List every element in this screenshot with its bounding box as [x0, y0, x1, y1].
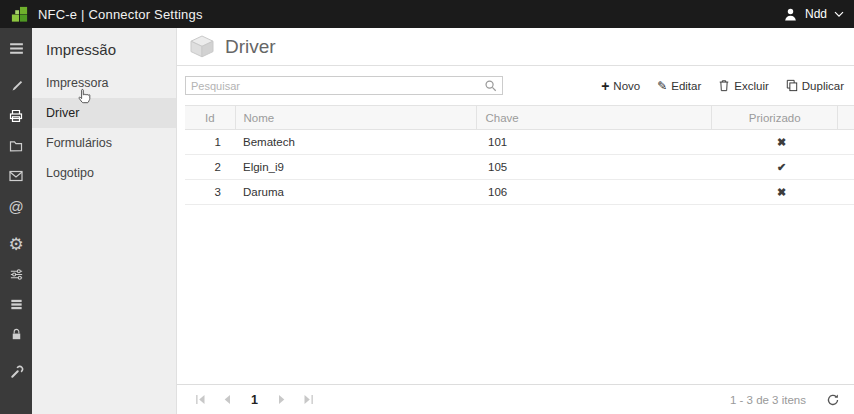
printer-icon[interactable]: [0, 101, 32, 131]
cell-id: 1: [185, 136, 235, 148]
cell-id: 2: [185, 161, 235, 173]
page-header: Driver: [177, 28, 854, 66]
pager-bar: 1 1 - 3 de 3 itens: [177, 384, 854, 414]
mail-icon[interactable]: [0, 161, 32, 191]
excluir-label: Excluir: [734, 80, 769, 92]
duplicar-label: Duplicar: [802, 80, 844, 92]
next-page-icon[interactable]: [275, 393, 289, 407]
copy-icon: [786, 79, 798, 92]
editar-button[interactable]: ✎ Editar: [657, 80, 701, 92]
gear-icon[interactable]: ⚙: [0, 229, 32, 259]
cell-chave: 105: [480, 161, 718, 173]
items-count: 1 - 3 de 3 itens: [730, 394, 806, 406]
app-window: NFC-e | Connector Settings Ndd: [0, 0, 854, 414]
col-header-id[interactable]: Id: [185, 106, 235, 129]
toolbar: + Novo ✎ Editar Excluir: [601, 79, 846, 93]
data-grid: Id Nome Chave Priorizado 1 Bematech 101 …: [185, 105, 854, 205]
gear-glyph: ⚙: [8, 236, 23, 253]
search-input[interactable]: [191, 80, 484, 92]
section-title: Impressão: [32, 28, 176, 68]
pencil-icon: ✎: [657, 80, 667, 92]
table-row[interactable]: 2 Elgin_i9 105 ✔: [185, 155, 854, 180]
col-header-nome[interactable]: Nome: [235, 106, 477, 129]
table-row[interactable]: 3 Daruma 106 ✖: [185, 180, 854, 205]
wrench-icon[interactable]: [0, 357, 32, 387]
pager-status: 1 - 3 de 3 itens: [730, 393, 840, 407]
novo-label: Novo: [613, 80, 640, 92]
refresh-icon[interactable]: [826, 393, 840, 407]
pager: 1: [193, 393, 316, 407]
page-title: Driver: [225, 36, 276, 58]
col-header-priorizado[interactable]: Priorizado: [711, 106, 837, 129]
page-number[interactable]: 1: [247, 393, 262, 407]
user-icon: [783, 7, 798, 22]
search-box: [185, 76, 503, 95]
chevron-down-icon: [834, 11, 844, 18]
cell-id: 3: [185, 186, 235, 198]
cell-chave: 106: [480, 186, 718, 198]
icon-rail: @ ⚙: [0, 28, 32, 414]
main-content: Driver + Novo ✎: [177, 28, 854, 414]
table-header-spacer: [837, 106, 854, 129]
col-header-chave[interactable]: Chave: [476, 106, 711, 129]
user-name: Ndd: [805, 7, 827, 21]
cell-nome: Elgin_i9: [235, 161, 480, 173]
cell-nome: Bematech: [235, 136, 480, 148]
search-icon[interactable]: [484, 79, 497, 92]
cell-chave: 101: [480, 136, 718, 148]
novo-button[interactable]: + Novo: [601, 79, 640, 93]
trash-icon: [718, 79, 730, 92]
sidebar-item-impressora[interactable]: Impressora: [32, 68, 176, 98]
table-row[interactable]: 1 Bematech 101 ✖: [185, 130, 854, 155]
brush-icon[interactable]: [0, 71, 32, 101]
empty-area: [177, 205, 854, 384]
section-menu: Impressão Impressora Driver Formulários …: [32, 28, 177, 414]
at-glyph: @: [8, 199, 23, 214]
folder-icon[interactable]: [0, 131, 32, 161]
topbar: NFC-e | Connector Settings Ndd: [0, 0, 854, 28]
sidebar-item-formularios[interactable]: Formulários: [32, 128, 176, 158]
plus-icon: +: [601, 79, 609, 93]
editar-label: Editar: [671, 80, 701, 92]
lock-icon[interactable]: [0, 319, 32, 349]
last-page-icon[interactable]: [302, 393, 316, 407]
list-icon[interactable]: [0, 289, 32, 319]
check-icon: ✔: [718, 161, 845, 174]
duplicar-button[interactable]: Duplicar: [786, 79, 844, 92]
at-sign-icon[interactable]: @: [0, 191, 32, 221]
prev-page-icon[interactable]: [220, 393, 234, 407]
menu-icon[interactable]: [0, 33, 32, 63]
sidebar-item-logotipo[interactable]: Logotipo: [32, 158, 176, 188]
box-icon: [189, 35, 215, 58]
cell-nome: Daruma: [235, 186, 480, 198]
app-title: NFC-e | Connector Settings: [38, 7, 203, 22]
grid-controls: + Novo ✎ Editar Excluir: [177, 66, 854, 97]
first-page-icon[interactable]: [193, 393, 207, 407]
user-menu[interactable]: Ndd: [783, 7, 844, 22]
cross-icon: ✖: [718, 186, 845, 199]
table-header-row: Id Nome Chave Priorizado: [185, 105, 854, 130]
excluir-button[interactable]: Excluir: [718, 79, 769, 92]
brand-logo-icon: [10, 5, 29, 24]
cross-icon: ✖: [718, 136, 845, 149]
sliders-icon[interactable]: [0, 259, 32, 289]
sidebar-item-driver[interactable]: Driver: [32, 98, 176, 128]
